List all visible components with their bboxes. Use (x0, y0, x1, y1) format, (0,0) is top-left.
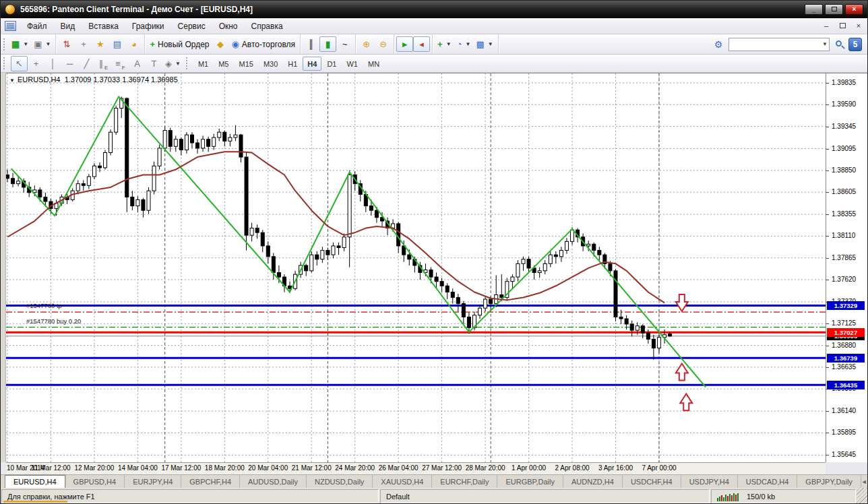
channel-tool[interactable]: ∥E (95, 56, 112, 71)
timeframe-h1[interactable]: H1 (283, 57, 302, 71)
date-tick-label: 7 Apr 00:00 (642, 464, 676, 472)
chart-tab-7[interactable]: EURCHF,Daily (432, 475, 497, 488)
metaeditor-button[interactable]: ◆ (212, 36, 229, 52)
menu-item-1[interactable]: Вид (54, 20, 82, 33)
quote-line[interactable]: ▼EURUSD,H4 1.37009 1.37033 1.36974 1.369… (9, 75, 178, 84)
timeframe-d1[interactable]: D1 (322, 57, 341, 71)
vertical-line-tool[interactable]: │ (44, 56, 61, 71)
chart-tab-8[interactable]: EURGBP,Daily (497, 475, 563, 488)
chart-tab-13[interactable]: GBPJPY,Daily (797, 475, 861, 488)
terminal-button[interactable]: ▤ (108, 36, 125, 52)
data-window-button[interactable]: + (75, 36, 92, 52)
crosshair-tool[interactable]: + (28, 56, 44, 71)
line-chart-icon: ~ (342, 40, 348, 49)
line-chart-button[interactable]: ~ (336, 36, 353, 52)
quote-symbol: EURUSD,H4 (18, 75, 61, 84)
price-tick-label: 1.37865 (832, 254, 856, 261)
chart-tab-9[interactable]: AUDNZD,H4 (563, 475, 623, 488)
navigator-button[interactable]: ★ (92, 36, 108, 52)
down-arrow-object (676, 294, 688, 311)
chart-tab-10[interactable]: USDCHF,H4 (623, 475, 681, 488)
bar-chart-button[interactable]: ║ (303, 36, 319, 52)
chart-shift-button[interactable]: ◂ (413, 36, 430, 52)
menu-item-4[interactable]: Сервис (171, 20, 212, 33)
autotrading-button[interactable]: ◉Авто-торговля (229, 36, 299, 52)
text-label-tool[interactable]: T (146, 56, 162, 71)
new-chart-button[interactable]: ▦▼ (9, 36, 31, 52)
timeframe-m1[interactable]: M1 (193, 57, 213, 71)
resize-grip[interactable] (857, 488, 867, 504)
minimize-button[interactable]: _ (805, 4, 823, 15)
maximize-button[interactable] (825, 4, 843, 15)
date-axis[interactable]: 10 Mar 201411 Mar 12:0012 Mar 20:0014 Ma… (6, 462, 826, 474)
order-line-label-0: #1547780 tp (26, 302, 62, 309)
timeframe-m30[interactable]: M30 (259, 57, 282, 71)
chart-tab-3[interactable]: GBPCHF,H4 (181, 475, 240, 488)
close-button[interactable]: × (845, 4, 863, 15)
chart-window-icon[interactable] (5, 21, 16, 31)
chart-tab-12[interactable]: USDCAD,H4 (738, 475, 798, 488)
price-tick-label: 1.36140 (832, 407, 856, 414)
zoom-in-button[interactable]: ⊕ (358, 36, 375, 52)
chart-tab-1[interactable]: GBPUSD,H4 (65, 475, 125, 488)
chart-canvas[interactable] (6, 73, 826, 462)
settings-gear-icon[interactable]: ⚙ (710, 37, 726, 52)
strategy-tester-button[interactable]: ◕ (125, 36, 142, 52)
arrows-tool[interactable]: ◈▼ (162, 56, 183, 71)
timeframe-m5[interactable]: M5 (214, 57, 233, 71)
search-dropdown-icon[interactable]: ▼ (822, 41, 828, 47)
timeframe-w1[interactable]: W1 (342, 57, 363, 71)
chart-tab-2[interactable]: EURJPY,H4 (125, 475, 181, 488)
market-watch-button[interactable]: ⇅ (58, 36, 75, 52)
crosshair-icon: + (34, 59, 39, 68)
menu-item-0[interactable]: Файл (20, 20, 54, 33)
menu-item-6[interactable]: Справка (245, 20, 290, 33)
community-badge[interactable]: 5 (848, 38, 862, 51)
toolbar-grip[interactable] (3, 57, 7, 69)
chart-tab-4[interactable]: AUDUSD,Daily (240, 475, 307, 488)
horizontal-line-tool[interactable]: ─ (61, 56, 78, 71)
fibonacci-tool[interactable]: ≡F (112, 56, 129, 71)
chevron-down-icon[interactable]: ▼ (9, 77, 15, 84)
zoom-out-button[interactable]: ⊖ (375, 36, 392, 52)
menu-item-3[interactable]: Графики (125, 20, 171, 33)
profiles-button[interactable]: ▣▼ (31, 36, 53, 52)
trendline-tool[interactable]: ╱ (78, 56, 95, 71)
new-order-button[interactable]: +Новый Ордер (147, 36, 212, 52)
tabs-scroll-left-icon[interactable]: ◄ (861, 478, 867, 485)
templates-button[interactable]: ▩▼ (473, 36, 495, 52)
status-connection[interactable]: 150/0 kb (711, 489, 856, 503)
timeframe-h4[interactable]: H4 (303, 57, 321, 71)
text-tool[interactable]: A (129, 56, 146, 71)
chart-tab-0[interactable]: EURUSD,H4 (5, 475, 65, 488)
indicators-button[interactable]: +▼ (435, 36, 454, 52)
search-button[interactable] (832, 38, 846, 51)
fibonacci-tool-sub: F (122, 65, 125, 71)
cursor-tool[interactable]: ↖ (11, 56, 28, 71)
chart-plot[interactable]: ▼EURUSD,H4 1.37009 1.37033 1.36974 1.369… (6, 73, 826, 462)
up-arrow-object (676, 364, 688, 381)
title-bar[interactable]: 565896: Panteon Client Terminal - Демо С… (1, 1, 867, 18)
timeframe-m15[interactable]: M15 (234, 57, 257, 71)
periods-icon: ◔ (457, 40, 462, 49)
status-profile[interactable]: Default (380, 489, 710, 503)
periods-button[interactable]: ◔▼ (454, 36, 474, 52)
chart-tab-6[interactable]: XAUUSD,H4 (373, 475, 432, 488)
timeframe-mn[interactable]: MN (363, 57, 384, 71)
toolbar-grip[interactable] (3, 38, 7, 51)
child-restore-button[interactable] (835, 20, 850, 32)
menu-item-5[interactable]: Окно (212, 20, 245, 33)
child-close-button[interactable]: × (851, 20, 866, 32)
menu-item-2[interactable]: Вставка (82, 20, 125, 33)
market-watch-icon: ⇅ (63, 40, 70, 49)
date-tick-label: 27 Mar 12:00 (422, 464, 462, 472)
chart-tab-11[interactable]: USDJPY,H4 (681, 475, 738, 488)
price-axis[interactable]: 1.398351.395901.393451.390951.388501.386… (826, 73, 867, 462)
toolbar-grip[interactable] (186, 57, 189, 69)
chart-tab-5[interactable]: NZDUSD,Daily (307, 475, 373, 488)
search-input[interactable] (729, 39, 817, 50)
text-icon: A (134, 59, 140, 68)
candle-chart-button[interactable]: ▮ (319, 36, 336, 52)
autoscroll-button[interactable]: ▸ (396, 36, 413, 52)
child-minimize-button[interactable]: – (819, 20, 834, 32)
